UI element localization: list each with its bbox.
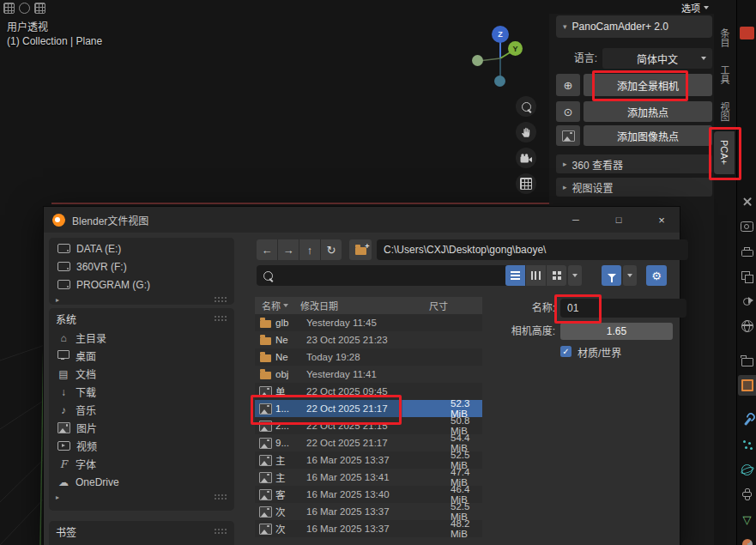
expand-more-icon[interactable]: ▸	[56, 296, 59, 304]
settings-button[interactable]: ⚙	[646, 265, 667, 286]
search-icon	[263, 271, 273, 281]
file-row[interactable]: 客16 Mar 2025 13:4046.4 MiB	[255, 486, 482, 503]
options-dropdown[interactable]: 选项	[681, 1, 709, 15]
system-header[interactable]: 系统	[49, 308, 234, 329]
render-tab[interactable]	[738, 216, 756, 237]
minimize-button[interactable]: ─	[558, 207, 594, 233]
gizmo-y-axis[interactable]: Y	[508, 41, 523, 56]
forward-button[interactable]: →	[278, 239, 299, 260]
view-settings-section[interactable]: ▸ 视图设置	[556, 178, 712, 197]
search-input[interactable]	[278, 269, 510, 282]
hotspot-icon-button[interactable]: ⊙	[556, 101, 580, 122]
path-input[interactable]	[384, 244, 681, 256]
sidebar-item-cloud[interactable]: ☁OneDrive	[49, 473, 234, 491]
file-row[interactable]: objYesterday 11:41	[255, 366, 482, 383]
orthographic-toggle-button[interactable]	[516, 173, 536, 194]
name-input[interactable]	[567, 302, 680, 314]
gizmo-minus-x-axis[interactable]	[472, 55, 483, 66]
object-tab[interactable]	[738, 375, 756, 396]
thumbnail-view-button[interactable]	[547, 265, 566, 286]
modifiers-tab[interactable]	[738, 409, 756, 430]
file-row[interactable]: 单22 Oct 2025 09:45	[255, 383, 482, 400]
view-layer-tab[interactable]	[738, 266, 756, 287]
file-row[interactable]: 次16 Mar 2025 13:3748.2 MiB	[255, 520, 482, 537]
grip-icon[interactable]	[214, 494, 227, 500]
editor-badge-icon[interactable]	[740, 27, 754, 39]
material-tab[interactable]	[738, 534, 756, 545]
sidebar-item-video[interactable]: 视频	[49, 437, 234, 455]
sidebar-item-font[interactable]: F字体	[49, 455, 234, 473]
file-row[interactable]: 2...22 Oct 2025 21:1550.8 MiB	[255, 417, 482, 434]
move-view-button[interactable]	[516, 122, 536, 142]
add-pano-camera-button[interactable]: 添加全景相机	[584, 74, 712, 96]
volume-item[interactable]: 360VR (F:)	[49, 257, 234, 276]
file-row[interactable]: NeToday 19:28	[255, 348, 482, 366]
list-view-button[interactable]	[505, 265, 525, 286]
file-row[interactable]: 9...22 Oct 2025 21:1754.4 MiB	[255, 434, 482, 451]
editor-type-icon[interactable]	[3, 3, 15, 14]
maximize-button[interactable]: □	[601, 207, 637, 233]
image-hotspot-icon-button[interactable]	[556, 125, 580, 146]
constraints-tab[interactable]	[738, 484, 756, 505]
collection-tab[interactable]	[738, 350, 756, 371]
back-button[interactable]: ←	[257, 239, 277, 260]
tool-tab[interactable]	[738, 191, 756, 212]
refresh-button[interactable]: ↻	[321, 239, 342, 260]
filter-button[interactable]	[602, 265, 621, 286]
npanel-tab-item[interactable]: 条目	[714, 21, 735, 55]
grip-icon	[214, 315, 227, 322]
material-world-checkbox[interactable]: ✓	[560, 346, 572, 357]
gizmo-minus-z-axis[interactable]	[494, 76, 505, 87]
add-hotspot-button[interactable]: 添加热点	[584, 101, 712, 122]
file-name: 次	[275, 522, 306, 536]
sidebar-item-download[interactable]: ↓下载	[49, 383, 234, 401]
create-folder-button[interactable]: +	[349, 239, 372, 260]
detail-view-button[interactable]	[526, 265, 546, 286]
display-options-dropdown[interactable]	[568, 265, 582, 286]
physics-tab[interactable]	[738, 459, 756, 480]
column-date[interactable]: 修改日期	[300, 299, 338, 312]
world-tab[interactable]	[738, 316, 756, 336]
sidebar-item-home[interactable]: ⌂主目录	[49, 329, 234, 347]
scene-tab[interactable]	[738, 291, 756, 312]
add-image-hotspot-button[interactable]: 添加图像热点	[584, 125, 712, 146]
name-field[interactable]	[560, 299, 686, 318]
camera-height-field[interactable]: 1.65	[560, 323, 673, 340]
sidebar-item-image[interactable]: 图片	[49, 419, 234, 437]
sidebar-item-desktop[interactable]: 桌面	[49, 347, 234, 365]
file-row[interactable]: 1...22 Oct 2025 21:1752.3 MiB	[255, 400, 482, 417]
npanel-tab-pca[interactable]: PCA+	[714, 131, 735, 174]
output-tab[interactable]	[738, 241, 756, 262]
particles-tab[interactable]	[738, 434, 756, 455]
dialog-titlebar[interactable]: Blender文件视图 ─ □ ×	[44, 207, 680, 233]
addon-panel-header[interactable]: ▾ PanoCamAdder+ 2.0	[556, 15, 712, 38]
data-tab[interactable]: ▽	[738, 509, 756, 530]
up-button[interactable]: ↑	[299, 239, 320, 260]
file-row[interactable]: 主16 Mar 2025 13:4147.4 MiB	[255, 469, 482, 486]
sidebar-item-document[interactable]: ▤文档	[49, 365, 234, 383]
file-row[interactable]: 次16 Mar 2025 13:3752.5 MiB	[255, 503, 482, 520]
volume-item[interactable]: DATA (E:)	[49, 239, 234, 257]
viewer-360-section[interactable]: ▸ 360 查看器	[556, 154, 712, 173]
npanel-tab-view[interactable]: 视图	[714, 94, 735, 129]
camera-view-button[interactable]	[516, 148, 536, 168]
grip-icon[interactable]	[214, 296, 227, 303]
search-field[interactable]	[257, 265, 517, 286]
mode-icon[interactable]	[19, 3, 30, 14]
add-camera-icon-button[interactable]: ⊕	[556, 74, 580, 96]
language-dropdown[interactable]: 简体中文	[602, 48, 712, 69]
volume-item[interactable]: PROGRAM (G:)	[49, 276, 234, 294]
filter-options-dropdown[interactable]	[623, 265, 637, 286]
path-field[interactable]	[377, 239, 688, 260]
navigation-gizmo[interactable]: Z Y	[462, 21, 541, 94]
zoom-button[interactable]	[516, 96, 536, 117]
gizmo-z-axis[interactable]: Z	[492, 26, 509, 43]
npanel-tab-tool[interactable]: 工具	[714, 58, 735, 92]
close-button[interactable]: ×	[644, 207, 680, 233]
column-name[interactable]: 名称	[262, 299, 288, 312]
bookmarks-header[interactable]: 书签	[49, 521, 234, 542]
sidebar-item-music[interactable]: ♪音乐	[49, 401, 234, 419]
shading-icon[interactable]	[34, 3, 45, 14]
expand-more-icon[interactable]: ▸	[56, 494, 59, 501]
file-row[interactable]: 主16 Mar 2025 13:3752.5 MiB	[255, 451, 482, 469]
